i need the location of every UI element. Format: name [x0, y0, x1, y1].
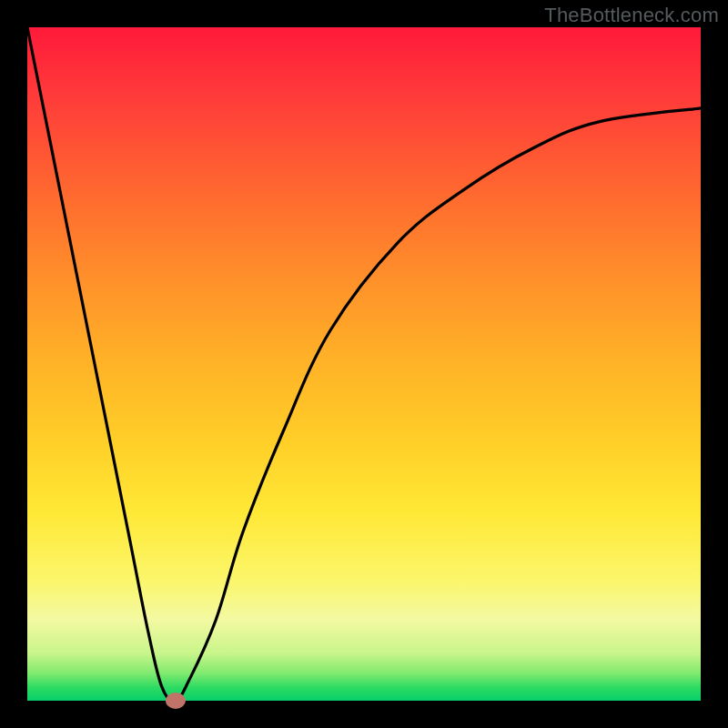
bottleneck-curve: [27, 27, 701, 701]
attribution-text: TheBottleneck.com: [544, 4, 719, 27]
plot-area: [27, 27, 701, 701]
chart-container: TheBottleneck.com: [0, 0, 728, 728]
optimum-marker: [166, 693, 186, 709]
